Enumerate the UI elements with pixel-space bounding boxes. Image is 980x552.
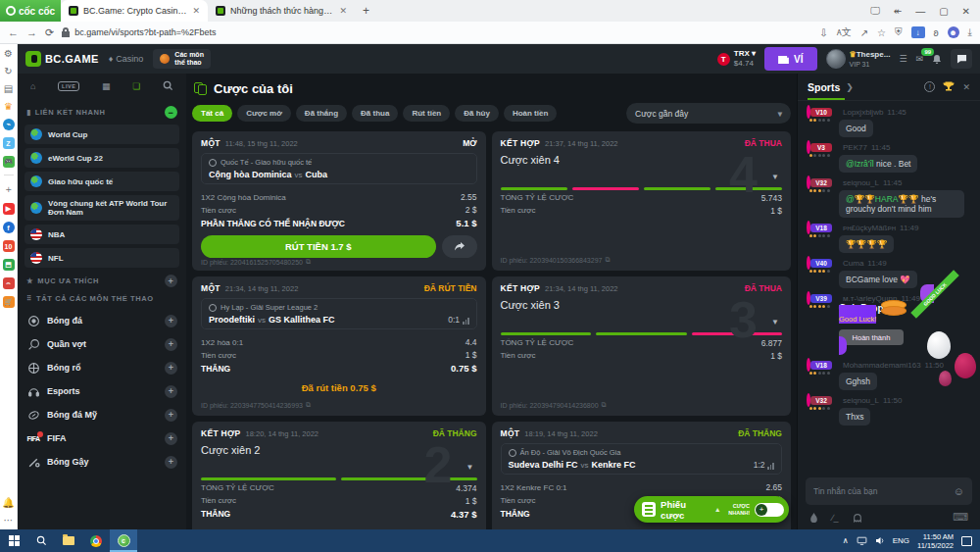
chat-message[interactable]: V32 seiqnou_L11:45@🏆🏆HARA🏆🏆 he's grouchy… <box>807 177 971 218</box>
reading-list-icon[interactable]: ▤ <box>4 83 13 94</box>
bcgame-logo[interactable]: BC.GAME <box>25 51 99 67</box>
cart-icon[interactable]: 🛒 <box>3 296 15 308</box>
address-field[interactable]: bc.game/vi/sports?bt-path=%2Fbets <box>62 27 811 37</box>
sidebar-sport-cricket[interactable]: Bóng Gậy+ <box>24 450 179 474</box>
zalo-icon[interactable]: Z <box>3 137 15 149</box>
sale-calendar-icon[interactable]: 10 <box>3 240 15 252</box>
filter-won[interactable]: Đã thắng <box>296 105 347 122</box>
more-dots-icon[interactable]: ⋯ <box>4 515 14 526</box>
filter-lost[interactable]: Đã thua <box>352 105 398 122</box>
adblock-shield-icon[interactable]: ⛨ <box>895 26 903 38</box>
gamepad-icon[interactable]: 🎮 <box>3 156 15 168</box>
sidebar-sport-fifa[interactable]: FIFAFIFA+ <box>24 427 179 450</box>
collapse-button[interactable]: − <box>165 106 177 119</box>
sidebar-item-nba[interactable]: NBA <box>24 225 179 244</box>
my-bets-icon[interactable]: ❏ <box>132 81 140 91</box>
volume-icon[interactable] <box>875 536 885 545</box>
bet-card-single-open[interactable]: MỘT11:48, 15 thg 11, 2022MỞ Quốc Tế - Gi… <box>192 131 486 271</box>
calendar-icon[interactable]: ▦ <box>102 81 111 91</box>
mention[interactable]: @Izrâ'îl <box>846 159 874 169</box>
chat-input[interactable] <box>813 486 954 496</box>
bet-card-single-cashout[interactable]: MỘT21:34, 14 thg 11, 2022ĐÃ RÚT TIỀN Hy … <box>192 276 486 416</box>
start-button[interactable] <box>0 529 27 552</box>
ghost-icon[interactable] <box>853 513 862 523</box>
mention[interactable]: @🏆🏆HARA🏆🏆 <box>846 194 919 204</box>
bet-card-combo-4[interactable]: KẾT HỢP21:37, 14 thg 11, 2022ĐÃ THUA Cượ… <box>492 131 791 271</box>
translate-icon[interactable]: ᴀ文 <box>837 25 852 39</box>
messenger-icon[interactable]: ⌁ <box>3 119 15 130</box>
filter-cancelled[interactable]: Đã hủy <box>455 105 499 122</box>
maximize-button[interactable]: ▢ <box>939 6 948 17</box>
user-profile[interactable]: ♛Thespe...VIP 31 <box>826 49 891 70</box>
facebook-icon[interactable]: f <box>3 222 15 233</box>
expand-button[interactable]: + <box>165 409 177 422</box>
nav-casino[interactable]: ♦Casino <box>109 54 144 64</box>
browser-tab-bcgame[interactable]: BC.Game: Crypto Casino Gan✕ <box>61 0 208 22</box>
history-icon[interactable]: ↻ <box>4 66 12 76</box>
rain-icon[interactable] <box>809 513 818 523</box>
coccoc-brand-button[interactable]: cốc cốc <box>0 0 61 22</box>
betslip-button[interactable]: Phiếu cược▲ CƯỢC NHANH! + <box>634 496 789 523</box>
filter-open[interactable]: Cược mở <box>237 105 291 122</box>
filter-all[interactable]: Tất cả <box>192 105 232 122</box>
minimize-button[interactable]: — <box>915 6 925 17</box>
copy-icon[interactable]: ⧉ <box>306 258 311 266</box>
crown-icon[interactable]: ♛ <box>4 101 13 112</box>
stats-icon[interactable] <box>767 463 774 470</box>
expand-button[interactable]: + <box>165 362 177 375</box>
slash-command-icon[interactable]: ∕_ <box>832 513 839 523</box>
chat-rules-icon[interactable]: ! <box>924 81 935 92</box>
coccoc-taskbar-icon[interactable]: c <box>110 529 137 552</box>
chevron-down-icon[interactable]: ▼ <box>466 463 474 472</box>
add-shortcut-icon[interactable]: ＋ <box>4 182 14 196</box>
notifications-bell-icon[interactable] <box>932 54 942 65</box>
youtube-icon[interactable]: ▶ <box>3 203 15 215</box>
browser-action-icon[interactable]: ↞ <box>894 6 902 17</box>
keyboard-icon[interactable]: ⌨ <box>953 511 968 524</box>
add-favorite-button[interactable]: + <box>165 275 177 287</box>
chat-message[interactable]: V10 Lopxjxbljwb11:45Good <box>807 107 971 137</box>
sidebar-sport-esports[interactable]: Esports+ <box>24 379 179 403</box>
browser-tab-challenges[interactable]: Những thách thức hàng ngà✕ <box>208 0 355 22</box>
taskbar-search-icon[interactable] <box>27 529 55 552</box>
sidebar-sport-basketball[interactable]: Bóng rổ+ <box>24 356 179 379</box>
filter-refund[interactable]: Hoàn tiền <box>504 105 557 122</box>
nav-sports[interactable]: Các mônthể thao <box>153 49 211 69</box>
shopping-bag-icon[interactable]: ⬒ <box>3 259 15 271</box>
sidebar-sport-tennis[interactable]: Quần vợt+ <box>24 332 179 356</box>
live-icon[interactable]: LIVE <box>58 81 79 91</box>
chat-toggle-button[interactable] <box>951 49 972 69</box>
downloads-tray-icon[interactable]: ⤓ <box>968 26 972 38</box>
tray-chevron-icon[interactable]: ∧ <box>843 536 849 545</box>
copy-icon[interactable]: ⧉ <box>602 401 607 409</box>
emoji-icon[interactable]: ☺ <box>954 485 964 497</box>
back-icon[interactable]: ← <box>8 26 19 38</box>
hat-icon[interactable]: ⌢ <box>3 277 15 289</box>
home-icon[interactable]: ⌂ <box>30 81 35 91</box>
close-tab-icon[interactable]: ✕ <box>339 6 347 16</box>
reload-icon[interactable]: ⟳ <box>45 26 54 39</box>
trophy-icon[interactable] <box>943 81 955 92</box>
sidebar-item-world-cup[interactable]: World Cup <box>24 125 179 144</box>
copy-icon[interactable]: ⧉ <box>605 256 610 264</box>
chrome-taskbar-icon[interactable] <box>82 529 110 552</box>
chevron-down-icon[interactable]: ▼ <box>771 173 779 181</box>
sidebar-item-friendlies[interactable]: Giao hữu quốc tế <box>24 172 179 191</box>
quick-bet-toggle[interactable]: + <box>755 503 784 517</box>
share-bet-button[interactable] <box>442 235 477 258</box>
share-icon[interactable]: ↗ <box>860 27 868 38</box>
chat-room-name[interactable]: Sports <box>808 81 840 93</box>
expand-button[interactable]: + <box>165 432 177 445</box>
cashout-button[interactable]: RÚT TIỀN 1.7 $ <box>201 235 436 258</box>
browser-profile-icon[interactable]: ☻ <box>948 26 959 38</box>
close-tab-icon[interactable]: ✕ <box>192 6 200 16</box>
search-icon[interactable] <box>163 80 173 91</box>
transactions-list-icon[interactable]: ☰ <box>899 54 906 64</box>
cast-icon[interactable]: 🖵 <box>870 5 880 17</box>
sidebar-item-atp-finals[interactable]: Vòng chung kết ATP World Tour Đơn Nam <box>24 195 179 221</box>
claim-button[interactable]: Hoàn thành <box>839 329 904 345</box>
sidebar-sport-soccer[interactable]: Bóng đá+ <box>24 309 179 332</box>
expand-button[interactable]: + <box>165 456 177 469</box>
wallet-button[interactable]: VÍ <box>764 47 816 71</box>
action-center-icon[interactable] <box>961 536 972 546</box>
